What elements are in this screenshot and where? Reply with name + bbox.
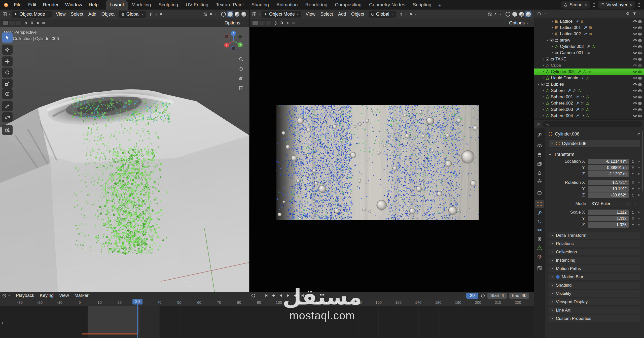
panel-delta-transform[interactable]: Delta Transform bbox=[548, 232, 640, 239]
panel-shading[interactable]: Shading bbox=[548, 282, 640, 289]
disable-in-render-toggle[interactable] bbox=[638, 82, 642, 86]
value-field[interactable]: 1.025 bbox=[588, 222, 629, 228]
filter-funnel-icon[interactable] bbox=[632, 12, 637, 16]
play-reverse-button[interactable] bbox=[277, 293, 284, 298]
animate-property-dot[interactable] bbox=[637, 193, 640, 197]
object-name-field[interactable]: Cylinder.006 bbox=[548, 140, 640, 148]
hide-in-viewport-toggle[interactable] bbox=[633, 44, 637, 49]
panel-line-art[interactable]: Line Art bbox=[548, 307, 640, 314]
outliner-row-straw[interactable]: straw bbox=[534, 37, 644, 43]
snap-toggle[interactable] bbox=[149, 12, 153, 16]
hide-in-viewport-toggle[interactable] bbox=[633, 57, 637, 61]
tab-uv-editing[interactable]: UV Editing bbox=[182, 0, 212, 10]
lock-icon[interactable] bbox=[631, 210, 635, 214]
menu-view[interactable]: View bbox=[303, 11, 318, 18]
animate-property-dot[interactable] bbox=[637, 166, 640, 169]
lock-icon[interactable] bbox=[631, 187, 635, 191]
tab-texture-paint[interactable]: Texture Paint bbox=[212, 0, 247, 10]
pan-button[interactable] bbox=[237, 65, 245, 73]
collection-checkbox[interactable] bbox=[546, 57, 549, 61]
transform-panel-header[interactable]: Transform bbox=[548, 151, 640, 158]
expand-icon[interactable] bbox=[542, 108, 545, 111]
animate-property-dot[interactable] bbox=[637, 160, 640, 163]
properties-tab-material[interactable] bbox=[535, 253, 544, 261]
tab-rendering[interactable]: Rendering bbox=[302, 0, 331, 10]
animate-property-dot[interactable] bbox=[637, 217, 640, 220]
dynamics-icon[interactable] bbox=[42, 21, 46, 25]
value-field[interactable]: 1.112 bbox=[588, 216, 629, 221]
falloff-icon[interactable] bbox=[36, 21, 40, 25]
hide-in-viewport-toggle[interactable] bbox=[633, 38, 637, 42]
shading-material-button[interactable] bbox=[518, 11, 525, 17]
hide-in-viewport-toggle[interactable] bbox=[633, 70, 637, 74]
auto-keying-toggle[interactable] bbox=[252, 294, 255, 297]
lock-icon[interactable] bbox=[631, 181, 635, 184]
jump-to-prev-keyframe-button[interactable] bbox=[270, 293, 277, 298]
menu-select[interactable]: Select bbox=[318, 11, 336, 18]
outliner-row-liquid-domain[interactable]: Liquid Domain bbox=[534, 75, 644, 81]
properties-tab-view-layer[interactable] bbox=[535, 160, 544, 168]
snap-options-chevron[interactable] bbox=[155, 13, 158, 16]
options-button[interactable]: Options bbox=[507, 20, 531, 26]
tool-add-cube[interactable] bbox=[2, 125, 13, 135]
collection-checkbox[interactable] bbox=[550, 38, 554, 42]
dynamics-icon[interactable] bbox=[292, 21, 296, 25]
snap-icon[interactable] bbox=[30, 21, 34, 25]
menu-render[interactable]: Render bbox=[40, 1, 62, 9]
select-mode-2[interactable] bbox=[259, 20, 265, 25]
hide-in-viewport-toggle[interactable] bbox=[633, 82, 637, 86]
value-field[interactable]: 12.721° bbox=[588, 180, 629, 185]
properties-tab-collection[interactable] bbox=[535, 189, 544, 197]
tool-scale[interactable] bbox=[2, 79, 13, 89]
outliner-row-sphere-004[interactable]: Sphere.004 bbox=[534, 113, 644, 119]
menu-help[interactable]: Help bbox=[85, 1, 102, 9]
unlink-view-layer-icon[interactable] bbox=[629, 3, 632, 7]
expand-icon[interactable] bbox=[542, 102, 545, 105]
tab-layout[interactable]: Layout bbox=[106, 0, 128, 10]
toggle-orthographic-button[interactable] bbox=[237, 84, 245, 92]
search-icon[interactable] bbox=[626, 12, 630, 16]
shading-wire-button[interactable] bbox=[220, 11, 227, 17]
cursor-tool-icon[interactable] bbox=[24, 21, 28, 25]
value-field[interactable]: -2.1297 m bbox=[588, 171, 629, 177]
outliner-row-sphere-003[interactable]: Sphere.003 bbox=[534, 106, 644, 113]
outliner-row-cube[interactable]: Cube bbox=[534, 62, 644, 69]
editor-type-icon[interactable] bbox=[252, 12, 257, 17]
lock-icon[interactable] bbox=[631, 172, 635, 176]
disable-in-render-toggle[interactable] bbox=[638, 57, 642, 61]
animate-property-dot[interactable] bbox=[637, 187, 640, 190]
hide-in-viewport-toggle[interactable] bbox=[633, 51, 637, 55]
disable-in-render-toggle[interactable] bbox=[638, 89, 642, 93]
properties-tab-particles[interactable] bbox=[535, 217, 544, 225]
blender-logo-icon[interactable] bbox=[2, 1, 10, 8]
value-field[interactable]: 10.191° bbox=[588, 186, 629, 192]
disable-in-render-toggle[interactable] bbox=[638, 32, 642, 36]
tool-rotate[interactable] bbox=[2, 67, 13, 78]
outliner-row-camera-001[interactable]: Camera.001 bbox=[534, 50, 644, 56]
hide-in-viewport-toggle[interactable] bbox=[633, 25, 637, 30]
panel-viewport-display[interactable]: Viewport Display bbox=[548, 298, 640, 305]
motion-blur-toggle[interactable] bbox=[556, 275, 560, 279]
expand-icon[interactable] bbox=[551, 26, 554, 29]
timeline-menu-marker[interactable]: Marker bbox=[72, 293, 91, 298]
chevron-down-icon[interactable] bbox=[639, 12, 642, 15]
expand-icon[interactable] bbox=[542, 95, 545, 98]
outliner-row-lattice-001[interactable]: Lattice.001 bbox=[534, 24, 644, 31]
timeline-editor-type[interactable] bbox=[2, 293, 11, 298]
disable-in-render-toggle[interactable] bbox=[638, 95, 642, 99]
disable-in-render-toggle[interactable] bbox=[638, 51, 642, 55]
panel-custom-properties[interactable]: Custom Properties bbox=[548, 315, 640, 322]
xray-toggle[interactable] bbox=[488, 12, 492, 16]
scene-selector[interactable]: Scene bbox=[561, 1, 590, 9]
tab-scripting[interactable]: Scripting bbox=[409, 0, 435, 10]
options-button[interactable]: Options bbox=[222, 20, 247, 26]
outliner-row-cylinder-006[interactable]: Cylinder.006 bbox=[534, 69, 644, 75]
hide-in-viewport-toggle[interactable] bbox=[633, 107, 637, 112]
animate-property-dot[interactable] bbox=[637, 172, 640, 176]
unlink-scene-icon[interactable] bbox=[584, 3, 587, 7]
properties-editor-icon[interactable] bbox=[536, 122, 541, 126]
panel-motion-blur[interactable]: Motion Blur bbox=[548, 274, 640, 280]
frame-start-field[interactable]: Start 4 bbox=[487, 293, 507, 299]
tool-move[interactable] bbox=[2, 56, 13, 66]
add-workspace-button[interactable]: + bbox=[435, 1, 444, 10]
